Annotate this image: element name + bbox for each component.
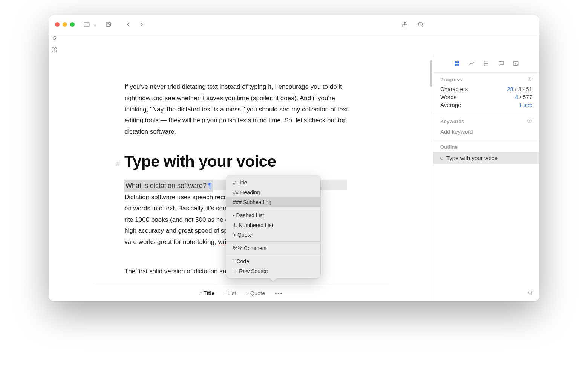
tab-stats[interactable] [469, 60, 475, 68]
progress-average: Average 1 sec [440, 101, 532, 109]
format-popup: # Title ## Heading ### Subheading - Dash… [226, 175, 320, 278]
popup-separator [226, 241, 320, 242]
tab-comments[interactable] [498, 60, 504, 68]
share-button[interactable] [400, 19, 410, 30]
svg-point-31 [531, 291, 532, 293]
compose-button[interactable] [103, 19, 114, 30]
popup-item-code[interactable]: ``Code [226, 256, 320, 266]
outline-header: Outline [440, 144, 458, 150]
search-button[interactable] [415, 19, 426, 30]
svg-point-22 [529, 78, 530, 80]
outline-section: Outline Type with your voice [433, 140, 539, 169]
h1-hash-marker: # [116, 159, 120, 168]
format-bar: # Title - List > Quote ••• [94, 285, 388, 301]
progress-header: Progress [440, 77, 462, 82]
progress-section: Progress Characters 28 / 3,451 Words 4 /… [433, 73, 539, 114]
progress-target-icon[interactable] [527, 76, 532, 83]
popup-item-title[interactable]: # Title [226, 178, 320, 188]
nav-forward-button[interactable] [136, 19, 147, 30]
progress-words: Words 4 / 577 [440, 93, 532, 101]
svg-rect-0 [84, 22, 89, 27]
outline-item[interactable]: Type with your voice [433, 152, 539, 164]
popup-separator [226, 255, 320, 255]
popup-item-quote[interactable]: > Quote [226, 230, 320, 240]
sidebar-tabs [433, 55, 539, 73]
svg-point-27 [528, 292, 529, 293]
popup-item-dashed-list[interactable]: - Dashed List [226, 210, 320, 220]
formatbar-list[interactable]: - List [224, 290, 236, 296]
heading-1[interactable]: # Type with your voice [124, 152, 399, 171]
svg-point-29 [530, 294, 531, 295]
popup-item-subheading[interactable]: ### Subheading [226, 197, 320, 207]
progress-characters: Characters 28 / 3,451 [440, 85, 532, 93]
heading-2-text: What is dictation software? [126, 182, 207, 189]
keyword-input[interactable]: Add keyword [440, 127, 532, 135]
formatbar-quote[interactable]: > Quote [246, 290, 265, 296]
sidebar-settings-icon[interactable] [527, 290, 533, 297]
review-button[interactable] [49, 34, 60, 44]
inspector-sidebar: Progress Characters 28 / 3,451 Words 4 /… [433, 55, 539, 301]
svg-rect-9 [455, 61, 456, 63]
outline-bullet-icon [440, 157, 443, 160]
svg-point-17 [484, 63, 484, 64]
add-keyword-button[interactable] [527, 118, 532, 125]
svg-rect-12 [457, 64, 459, 66]
tab-attachments[interactable] [513, 60, 519, 68]
svg-point-21 [528, 77, 531, 81]
heading-1-text: Type with your voice [124, 152, 276, 170]
outline-item-label: Type with your voice [446, 155, 498, 161]
popup-separator [226, 209, 320, 209]
svg-line-5 [422, 26, 423, 27]
keywords-section: Keywords Add keyword [433, 114, 539, 140]
tab-outline[interactable] [483, 60, 490, 68]
close-button[interactable] [55, 22, 60, 27]
popup-item-heading[interactable]: ## Heading [226, 188, 320, 197]
traffic-lights [55, 22, 75, 27]
sidebar-toggle-button[interactable] [81, 19, 92, 30]
popup-item-raw-source[interactable]: ~~Raw Source [226, 266, 320, 276]
svg-point-20 [514, 63, 515, 64]
formatbar-title[interactable]: # Title [199, 290, 214, 296]
svg-rect-11 [455, 64, 456, 66]
svg-point-18 [484, 65, 484, 65]
sidebar-toggle-chevron-icon[interactable]: ⌄ [93, 22, 96, 26]
pilcrow-icon: ¶ [207, 182, 212, 189]
popup-item-comment[interactable]: %% Comment [226, 243, 320, 253]
svg-point-8 [54, 49, 55, 49]
intro-paragraph[interactable]: If you've never tried dictating text ins… [124, 81, 351, 137]
tab-overview[interactable] [454, 60, 460, 68]
svg-point-16 [484, 62, 484, 62]
zoom-button[interactable] [70, 22, 75, 27]
nav-back-button[interactable] [123, 19, 133, 30]
keywords-header: Keywords [440, 119, 464, 124]
svg-rect-10 [457, 61, 459, 63]
app-window: ⌄ If [49, 15, 539, 301]
info-button[interactable] [49, 44, 60, 55]
titlebar: ⌄ [49, 15, 539, 34]
editor-pane: If you've never tried dictating text ins… [49, 55, 433, 301]
formatbar-more[interactable]: ••• [275, 290, 283, 296]
popup-item-numbered-list[interactable]: 1. Numbered List [226, 220, 320, 230]
svg-point-4 [418, 22, 423, 26]
minimize-button[interactable] [63, 22, 67, 27]
